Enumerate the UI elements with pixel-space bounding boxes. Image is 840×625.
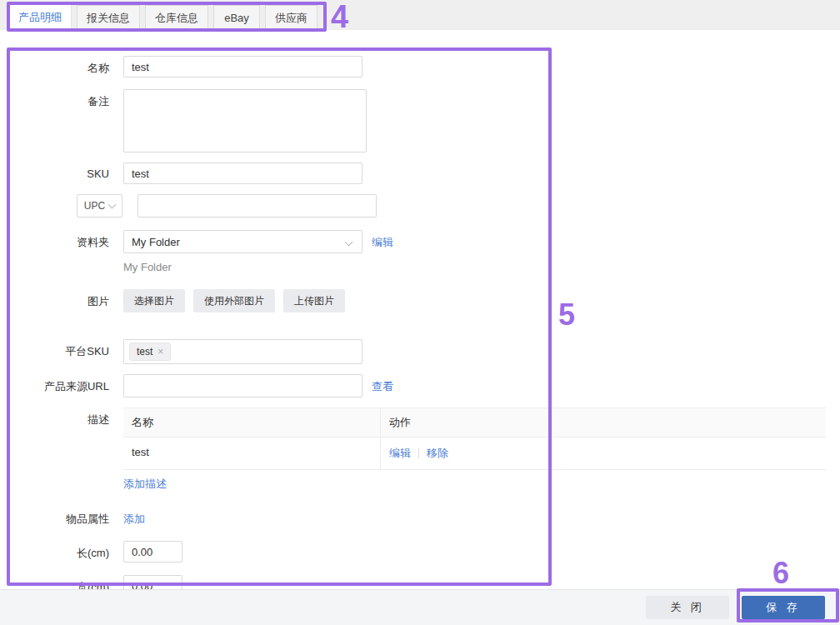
product-detail-form: 名称 备注 SKU UPC 资料夹	[0, 30, 840, 597]
remarks-row: 备注	[0, 89, 840, 152]
add-description-link[interactable]: 添加描述	[123, 477, 826, 492]
name-row: 名称	[0, 56, 840, 78]
upc-type-label: UPC	[84, 200, 105, 212]
upc-type-select[interactable]: UPC	[77, 194, 122, 218]
footer-bar: 关 闭 保 存	[0, 589, 840, 625]
sku-row: SKU	[0, 162, 840, 184]
platform-sku-tag: test ×	[129, 342, 171, 361]
length-input[interactable]	[123, 541, 182, 562]
divider	[418, 448, 419, 458]
platform-sku-label: 平台SKU	[0, 339, 123, 359]
use-external-image-button[interactable]: 使用外部图片	[193, 289, 275, 312]
folder-edit-link[interactable]: 编辑	[372, 230, 393, 250]
source-url-row: 产品来源URL 查看	[0, 374, 840, 398]
description-name-cell: test	[123, 438, 381, 469]
upc-input[interactable]	[138, 194, 377, 218]
length-row: 长(cm)	[0, 541, 840, 562]
attributes-row: 物品属性 添加	[0, 512, 840, 527]
description-actions-cell: 编辑 移除	[381, 438, 826, 469]
table-row: test 编辑 移除	[123, 438, 826, 470]
tab-ebay[interactable]: eBay	[213, 5, 260, 30]
name-label: 名称	[0, 56, 123, 76]
save-button[interactable]: 保 存	[742, 596, 825, 619]
column-header-action: 动作	[381, 408, 826, 437]
column-header-name: 名称	[123, 408, 381, 437]
upc-row: UPC	[0, 194, 840, 218]
tab-bar: 产品明细 报关信息 仓库信息 eBay 供应商	[0, 0, 840, 30]
sku-label: SKU	[0, 162, 123, 180]
images-label: 图片	[0, 289, 123, 309]
folder-label: 资料夹	[0, 230, 123, 250]
folder-selected-value: My Folder	[132, 236, 180, 248]
platform-sku-input[interactable]: test ×	[123, 339, 362, 364]
product-edit-screen: 产品明细 报关信息 仓库信息 eBay 供应商 名称 备注 SKU	[0, 0, 840, 625]
edit-description-link[interactable]: 编辑	[389, 446, 411, 461]
description-label: 描述	[0, 408, 123, 428]
sku-input[interactable]	[123, 162, 362, 184]
chevron-down-icon	[108, 201, 117, 209]
folder-row: 资料夹 My Folder My Folder 编辑	[0, 230, 840, 273]
description-table: 名称 动作 test 编辑 移除	[123, 408, 826, 470]
source-url-input[interactable]	[123, 374, 362, 398]
folder-note: My Folder	[123, 261, 362, 273]
tab-supplier[interactable]: 供应商	[265, 5, 318, 30]
length-label: 长(cm)	[0, 541, 123, 561]
table-header-row: 名称 动作	[123, 408, 826, 438]
close-button[interactable]: 关 闭	[646, 596, 729, 619]
tag-text: test	[137, 346, 152, 358]
select-image-button[interactable]: 选择图片	[123, 289, 185, 312]
attributes-label: 物品属性	[0, 512, 123, 527]
folder-select[interactable]: My Folder	[123, 230, 362, 253]
chevron-down-icon	[345, 238, 353, 247]
remarks-textarea[interactable]	[123, 89, 367, 152]
remove-description-link[interactable]: 移除	[427, 446, 448, 461]
images-row: 图片 选择图片 使用外部图片 上传图片	[0, 289, 840, 312]
source-url-label: 产品来源URL	[0, 374, 123, 394]
remove-tag-icon[interactable]: ×	[158, 346, 163, 358]
tab-customs-info[interactable]: 报关信息	[77, 5, 140, 30]
tab-product-detail[interactable]: 产品明细	[8, 3, 72, 30]
name-input[interactable]	[123, 56, 362, 78]
add-attribute-link[interactable]: 添加	[123, 512, 145, 527]
description-row: 描述 名称 动作 test 编辑 移除	[0, 408, 840, 492]
source-url-view-link[interactable]: 查看	[372, 374, 393, 394]
tab-warehouse-info[interactable]: 仓库信息	[145, 5, 208, 30]
platform-sku-row: 平台SKU test ×	[0, 339, 840, 364]
remarks-label: 备注	[0, 89, 123, 109]
upload-image-button[interactable]: 上传图片	[283, 289, 345, 312]
